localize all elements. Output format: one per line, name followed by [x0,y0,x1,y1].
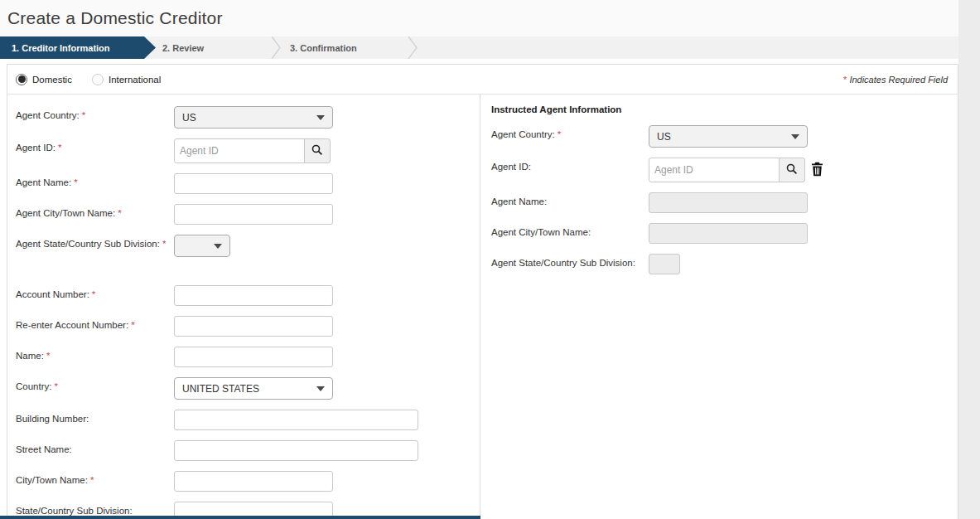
field-agent-name: Agent Name:* [16,173,480,194]
instructed-agent-id-search-button[interactable] [779,158,805,182]
radio-unselected-icon [92,74,104,85]
instructed-agent-id-label: Agent ID: [491,158,649,182]
instructed-agent-name-input [649,192,808,213]
agent-id-search-button[interactable] [304,138,331,163]
country-select[interactable]: UNITED STATES [174,377,333,400]
chevron-separator-icon [406,36,419,59]
field-agent-country: Agent Country:* US [16,106,480,129]
chevron-down-icon [316,115,325,120]
page-title: Create a Domestic Creditor [7,8,223,28]
required-asterisk: * [46,351,50,361]
chevron-down-icon [791,134,799,139]
instructed-agent-name-label: Agent Name: [491,192,649,213]
instructed-agent-state-input [649,254,680,274]
field-instructed-agent-country: Agent Country:* US [491,125,958,148]
field-account-number: Account Number:* [16,285,480,306]
agent-id-input[interactable] [174,138,305,163]
field-reenter-account-number: Re-enter Account Number:* [16,316,480,337]
agent-name-input[interactable] [174,173,333,194]
step-2-label: 2. Review [162,43,204,53]
required-asterisk: * [162,239,166,249]
bottom-section-edge [0,516,480,519]
field-country: Country:* UNITED STATES [16,377,480,400]
required-asterisk: * [82,110,85,120]
required-asterisk: * [558,129,561,139]
required-note-text: Indicates Required Field [849,75,948,85]
country-label: Country:* [16,377,174,400]
instructed-agent-country-select[interactable]: US [649,125,808,148]
city-town-name-label: City/Town Name:* [16,471,174,492]
field-instructed-agent-name: Agent Name: [491,192,958,213]
field-agent-city: Agent City/Town Name:* [16,204,480,225]
field-name: Name:* [16,347,480,367]
instructed-agent-country-label: Agent Country:* [491,125,649,148]
building-number-input[interactable] [174,410,418,430]
field-agent-state: Agent State/Country Sub Division:* [16,235,480,257]
step-review[interactable]: 2. Review [156,36,269,59]
field-agent-id: Agent ID:* [16,138,480,163]
field-street-name: Street Name: [16,440,480,461]
instructed-agent-column: Instructed Agent Information Agent Count… [480,95,958,519]
country-value: UNITED STATES [182,383,259,395]
reenter-account-number-label: Re-enter Account Number:* [16,316,174,337]
instructed-agent-id-delete-button[interactable] [811,162,823,179]
agent-state-label: Agent State/Country Sub Division:* [16,235,174,257]
instructed-agent-country-value: US [657,131,671,143]
name-label: Name:* [16,347,174,367]
agent-id-search-group [174,138,331,163]
required-asterisk: * [118,208,121,218]
agent-id-label: Agent ID:* [16,138,174,163]
street-name-input[interactable] [174,440,418,461]
required-asterisk: * [90,475,94,485]
chevron-down-icon [214,244,222,249]
wizard-stepper: 1. Creditor Information 2. Review 3. Con… [0,36,958,59]
field-instructed-agent-id: Agent ID: [491,158,958,182]
city-town-name-input[interactable] [174,471,333,492]
street-name-label: Street Name: [16,440,174,461]
agent-state-select[interactable] [174,235,230,257]
account-number-input[interactable] [174,285,333,306]
instructed-agent-city-input [649,223,808,244]
account-number-label: Account Number:* [16,285,174,306]
field-instructed-agent-state: Agent State/Country Sub Division: [491,254,958,274]
required-asterisk: * [58,143,61,153]
required-asterisk: * [131,320,134,330]
name-input[interactable] [174,347,333,367]
required-asterisk: * [74,177,77,187]
form-columns: Agent Country:* US Agent ID:* [7,95,958,519]
instructed-agent-state-label: Agent State/Country Sub Division: [491,254,649,274]
building-number-label: Building Number: [16,410,174,430]
create-creditor-page: Create a Domestic Creditor 1. Creditor I… [0,0,958,519]
step-confirmation[interactable]: 3. Confirmation [282,36,406,59]
agent-country-label: Agent Country:* [16,106,174,129]
required-field-note: *Indicates Required Field [843,75,948,85]
required-asterisk: * [54,381,57,391]
field-building-number: Building Number: [16,410,480,430]
agent-country-select[interactable]: US [174,106,333,129]
creditor-type-row: Domestic International *Indicates Requir… [7,65,958,95]
required-asterisk: * [92,289,95,299]
international-radio[interactable]: International [92,74,161,85]
agent-city-input[interactable] [174,204,333,225]
step-1-label: 1. Creditor Information [12,43,110,53]
field-city-town-name: City/Town Name:* [16,471,480,492]
agent-city-label: Agent City/Town Name:* [16,204,174,225]
domestic-radio[interactable]: Domestic [16,74,72,85]
search-icon [785,162,799,178]
domestic-radio-label: Domestic [32,75,72,85]
step-3-label: 3. Confirmation [290,43,357,53]
instructed-agent-city-label: Agent City/Town Name: [491,223,649,244]
reenter-account-number-input[interactable] [174,316,333,337]
chevron-down-icon [316,386,325,391]
instructed-agent-heading: Instructed Agent Information [491,104,958,114]
radio-selected-icon [16,74,27,85]
required-asterisk: * [843,75,847,85]
chevron-separator-icon [269,36,282,59]
creditor-form-column: Agent Country:* US Agent ID:* [7,95,480,519]
form-panel: Domestic International *Indicates Requir… [7,64,958,519]
instructed-agent-id-search-group [649,158,823,182]
instructed-agent-id-input[interactable] [649,158,780,182]
field-instructed-agent-city: Agent City/Town Name: [491,223,958,244]
step-creditor-information[interactable]: 1. Creditor Information [0,36,156,59]
international-radio-label: International [109,75,161,85]
